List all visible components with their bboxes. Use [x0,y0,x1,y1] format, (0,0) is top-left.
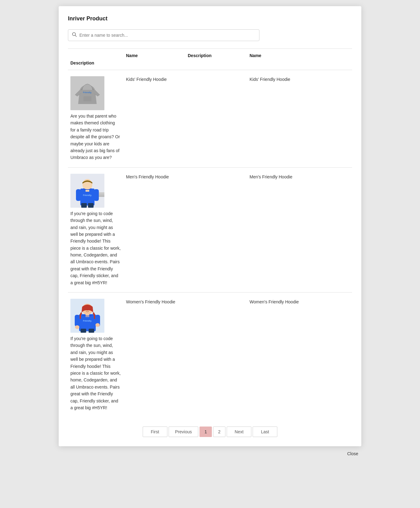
svg-rect-13 [76,189,81,201]
product-desc2-womens: If you're going to code through the sun,… [68,334,124,412]
product-name-kids: Kids' Friendly Hoodie [124,75,185,84]
product-image-cell: Friendly. [68,298,124,334]
svg-rect-26 [81,329,86,333]
svg-line-1 [75,35,77,37]
svg-rect-15 [81,203,87,208]
product-name-mens: Men's Friendly Hoodie [124,173,185,181]
page-2-button[interactable]: 2 [213,427,225,437]
next-button[interactable]: Next [227,427,251,437]
col-desc: Description [185,52,247,59]
search-icon [72,32,77,38]
svg-rect-14 [94,189,99,201]
product-name2-kids: Kids' Friendly Hoodie [247,75,352,84]
col-desc2: Description [68,59,124,67]
last-button[interactable]: Last [253,427,277,437]
search-bar [68,29,259,41]
product-table: Name Description Name Description [68,48,352,417]
svg-text:Friendly.: Friendly. [83,320,92,322]
product-name-womens: Women's Friendly Hoodie [124,298,185,306]
previous-button[interactable]: Previous [169,427,198,437]
product-name2-mens: Men's Friendly Hoodie [247,173,352,181]
product-desc-left-mens [185,173,247,175]
col-name2: Name [247,52,352,59]
product-name2-womens: Women's Friendly Hoodie [247,298,352,306]
page-1-button[interactable]: 1 [200,427,212,437]
svg-rect-22 [75,315,80,327]
product-image-womens: Friendly. [70,299,104,333]
table-header: Name Description Name Description [68,49,352,70]
svg-text:Friendly.: Friendly. [83,91,92,94]
product-image-mens: Friendly. [70,174,104,208]
close-button[interactable]: Close [347,451,358,456]
modal-title: Inriver Product [68,15,352,22]
product-desc-left-womens [185,298,247,300]
bottom-bar: Close [59,446,361,456]
first-button[interactable]: First [143,427,167,437]
product-image-kids: Friendly. [70,76,104,110]
product-image-cell: Friendly. [68,75,124,111]
col-name: Name [124,52,185,59]
svg-rect-3 [83,96,91,101]
svg-rect-27 [89,329,94,333]
col-image [68,52,124,59]
svg-text:Friendly.: Friendly. [83,194,92,197]
svg-rect-20 [86,314,89,317]
svg-rect-16 [88,203,94,208]
search-input[interactable] [79,33,255,38]
table-row: Friendly. Women [68,293,352,417]
product-desc-left-kids [185,75,247,77]
product-desc2-mens: If you're going to code through the sun,… [68,209,124,287]
modal-container: Inriver Product Name Description Name De… [59,6,361,446]
pagination: First Previous 1 2 Next Last [68,423,352,440]
table-row: Friendly. Men's Friendly Hoodie Men [68,168,352,293]
table-row: Friendly. Kids' Friendly Hoodie Kids' Fr… [68,70,352,168]
product-desc2-kids: Are you that parent who makes themed clo… [68,111,124,162]
svg-point-24 [75,325,79,329]
svg-point-25 [95,323,100,327]
product-image-cell: Friendly. [68,173,124,209]
